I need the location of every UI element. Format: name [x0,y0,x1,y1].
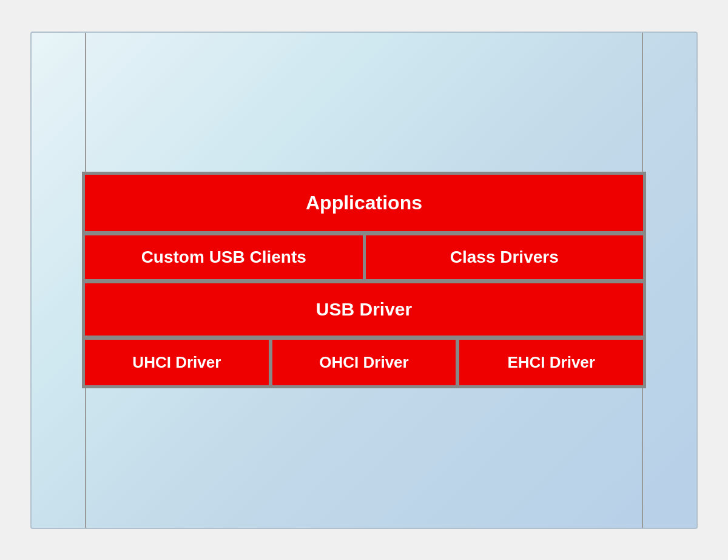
uhci-driver-cell: UHCI Driver [84,339,271,386]
custom-usb-clients-cell: Custom USB Clients [84,234,365,280]
applications-cell: Applications [84,174,644,232]
applications-row: Applications [84,174,644,232]
ohci-driver-label: OHCI Driver [319,353,408,372]
usb-driver-cell: USB Driver [84,282,644,337]
ehci-driver-label: EHCI Driver [507,353,595,372]
clients-drivers-row: Custom USB Clients Class Drivers [84,234,644,280]
usb-driver-row: USB Driver [84,282,644,337]
ehci-driver-cell: EHCI Driver [457,339,644,386]
class-drivers-label: Class Drivers [450,248,559,267]
applications-label: Applications [306,192,422,214]
diagram-container: Applications Custom USB Clients Class Dr… [30,32,698,529]
uhci-driver-label: UHCI Driver [132,353,221,372]
hci-drivers-row: UHCI Driver OHCI Driver EHCI Driver [84,339,644,386]
architecture-diagram: Applications Custom USB Clients Class Dr… [82,172,646,388]
custom-usb-clients-label: Custom USB Clients [141,248,306,267]
class-drivers-cell: Class Drivers [365,234,645,280]
ohci-driver-cell: OHCI Driver [271,339,458,386]
usb-driver-label: USB Driver [316,299,412,320]
